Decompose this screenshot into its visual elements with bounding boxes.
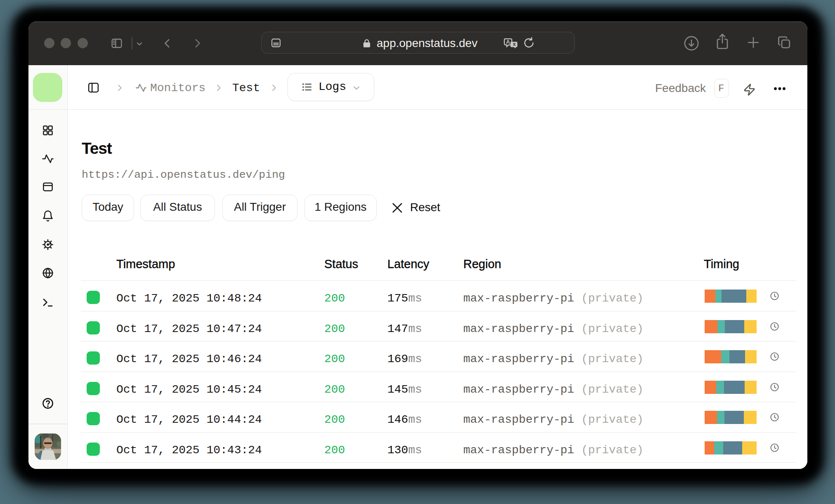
svg-text:A: A <box>506 39 510 45</box>
svg-text:x: x <box>513 41 516 47</box>
